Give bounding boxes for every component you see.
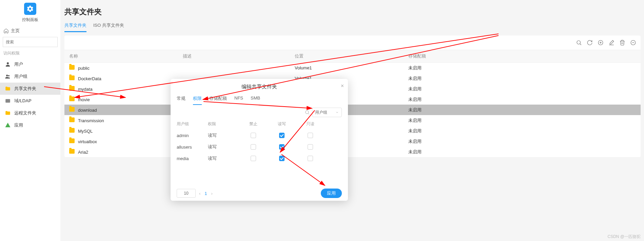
folder-icon <box>69 128 75 133</box>
home-link[interactable]: 主页 <box>0 25 60 37</box>
deny-checkbox[interactable] <box>251 144 256 150</box>
page-current[interactable]: 1 <box>204 191 207 196</box>
delete-button[interactable] <box>619 39 626 46</box>
row-quota: 未启用 <box>408 117 636 124</box>
perm-level: 读写 <box>208 144 239 150</box>
deny-checkbox[interactable] <box>251 156 256 161</box>
modal-filter: 用户组 <box>171 105 348 118</box>
perm-row: allusers读写 <box>171 141 348 153</box>
search-icon[interactable] <box>305 108 310 117</box>
edit-button[interactable] <box>608 39 615 46</box>
ldap-icon <box>5 98 11 104</box>
mtab-smb[interactable]: SMB <box>251 95 260 105</box>
svg-point-13 <box>306 111 309 114</box>
table-body: publicVolume1未启用DockerDataVolume1未启用myda… <box>64 63 641 157</box>
row-quota: 未启用 <box>408 138 636 145</box>
svg-line-14 <box>308 113 309 114</box>
svg-point-4 <box>8 75 9 76</box>
pager: ‹ 1 › <box>199 191 213 196</box>
row-name: MySQL <box>78 129 93 134</box>
modal-title: 编辑共享文件夹 × <box>171 79 348 92</box>
svg-rect-5 <box>5 99 10 103</box>
app-icon <box>5 122 11 128</box>
table-row[interactable]: Aria2未启用 <box>64 147 641 157</box>
apply-button[interactable]: 应用 <box>321 189 342 198</box>
search-input[interactable] <box>6 40 57 44</box>
folder-icon <box>69 75 75 80</box>
perm-body: admin读写allusers读写media读写 <box>171 130 348 164</box>
row-quota: 未启用 <box>408 96 636 103</box>
ro-checkbox[interactable] <box>308 133 313 138</box>
content-panel: 名称 描述 位置 存储配额 publicVolume1未启用DockerData… <box>64 36 641 157</box>
usergroup-icon <box>5 73 11 80</box>
sidebar-item-user[interactable]: 用户 <box>0 58 60 70</box>
row-name: download <box>78 108 97 113</box>
close-icon[interactable]: × <box>341 83 344 89</box>
ro-checkbox[interactable] <box>308 144 313 150</box>
control-panel-label: 控制面板 <box>0 17 60 23</box>
perm-group: allusers <box>177 145 208 150</box>
folder-icon <box>69 86 75 91</box>
row-name: virtualbox <box>78 139 97 144</box>
rw-checkbox[interactable] <box>279 156 285 161</box>
sidebar-item-usergroup[interactable]: 用户组 <box>0 70 60 83</box>
ro-checkbox[interactable] <box>308 156 313 161</box>
control-panel-header: 控制面板 <box>0 0 60 25</box>
gear-icon <box>24 3 36 15</box>
remove-button[interactable] <box>630 39 637 46</box>
row-loc: Volume1 <box>295 65 408 70</box>
mtab-quota[interactable]: 存储配额 <box>209 95 227 105</box>
sidebar-item-app[interactable]: 应用 <box>0 119 60 131</box>
perm-row: admin读写 <box>171 130 348 141</box>
rw-checkbox[interactable] <box>279 133 285 138</box>
svg-line-7 <box>580 44 581 45</box>
page-title: 共享文件夹 <box>64 7 641 17</box>
refresh-button[interactable] <box>586 39 593 46</box>
add-button[interactable] <box>597 39 604 46</box>
folder-icon <box>69 138 75 143</box>
user-icon <box>5 61 11 67</box>
table-row[interactable]: movie未启用 <box>64 94 641 105</box>
sidebar-item-shared-folder[interactable]: 共享文件夹 <box>0 83 60 95</box>
table-row[interactable]: Transmission未启用 <box>64 115 641 126</box>
group-filter-select[interactable]: 用户组 <box>312 108 342 117</box>
folder-icon <box>69 96 75 101</box>
tab-iso-shared-folder[interactable]: ISO 共享文件夹 <box>93 22 124 32</box>
table-row[interactable]: virtualbox未启用 <box>64 136 641 147</box>
perm-level: 读写 <box>208 132 239 138</box>
row-quota: 未启用 <box>408 65 636 71</box>
deny-checkbox[interactable] <box>251 133 256 138</box>
mtab-permission[interactable]: 权限 <box>193 95 202 105</box>
page-size-select[interactable]: 10 <box>177 189 196 198</box>
row-name: DockerData <box>78 76 101 81</box>
mtab-nfs[interactable]: NFS <box>234 95 243 105</box>
svg-point-2 <box>7 62 9 64</box>
row-quota: 未启用 <box>408 75 636 82</box>
row-quota: 未启用 <box>408 128 636 134</box>
next-page-button[interactable]: › <box>211 191 213 196</box>
folder-icon <box>69 117 75 122</box>
prev-page-button[interactable]: ‹ <box>199 191 200 196</box>
th-loc: 位置 <box>295 53 408 59</box>
sidebar-item-ldap[interactable]: 域/LDAP <box>0 95 60 107</box>
rw-checkbox[interactable] <box>279 144 285 150</box>
table-row[interactable]: MySQL未启用 <box>64 126 641 136</box>
mtab-general[interactable]: 常规 <box>177 95 186 105</box>
sidebar-search[interactable] <box>3 37 58 47</box>
svg-point-3 <box>6 74 8 76</box>
table-row[interactable]: mydataraid1阵列中的数据Volume1未启用 <box>64 84 641 94</box>
sidebar-item-remote-folder[interactable]: 远程文件夹 <box>0 107 60 119</box>
perm-group: admin <box>177 133 208 138</box>
row-quota: 未启用 <box>408 86 636 92</box>
tab-shared-folder[interactable]: 共享文件夹 <box>64 22 86 32</box>
table-row[interactable]: publicVolume1未启用 <box>64 63 641 73</box>
svg-point-6 <box>577 41 581 44</box>
table-row[interactable]: download未启用 <box>64 105 641 115</box>
row-name: movie <box>78 97 90 102</box>
main: 共享文件夹 共享文件夹 ISO 共享文件夹 名称 描述 位置 存储配额 publ… <box>64 0 641 157</box>
table-row[interactable]: DockerDataVolume1未启用 <box>64 73 641 84</box>
row-name: Aria2 <box>78 150 88 155</box>
sidebar: 控制面板 主页 访问权限 用户 用户组 共享文件夹 域/LDAP 远程文件夹 应… <box>0 0 60 241</box>
watermark: CSDN @一匹骆驼 <box>607 234 641 240</box>
search-button[interactable] <box>575 39 582 46</box>
